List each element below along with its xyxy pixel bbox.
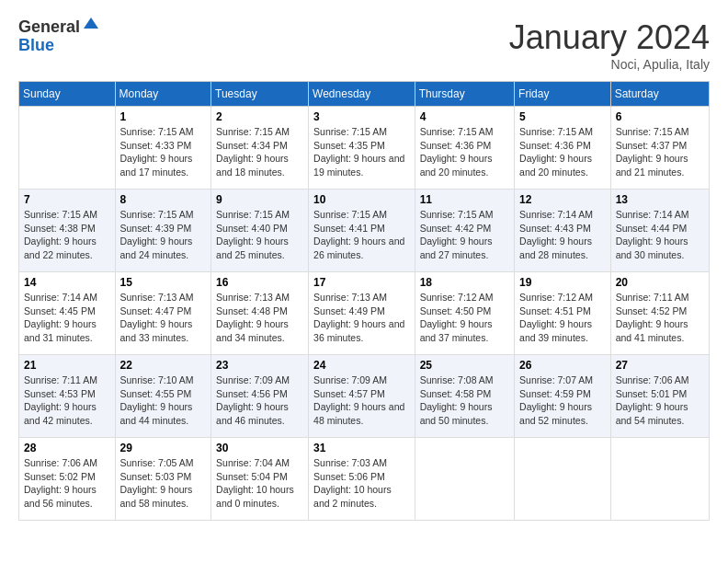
week-row-5: 28 Sunrise: 7:06 AMSunset: 5:02 PMDaylig… [19,438,710,521]
cell-w5-d6 [515,438,611,521]
cell-w3-d5: 18 Sunrise: 7:12 AMSunset: 4:50 PMDaylig… [415,272,514,355]
cell-w4-d1: 21 Sunrise: 7:11 AMSunset: 4:53 PMDaylig… [19,355,116,438]
cell-w2-d6: 12 Sunrise: 7:14 AMSunset: 4:43 PMDaylig… [515,190,611,272]
day-number: 26 [519,359,606,372]
day-info: Sunrise: 7:15 AMSunset: 4:40 PMDaylight:… [216,208,303,262]
day-info: Sunrise: 7:05 AMSunset: 5:03 PMDaylight:… [120,456,207,511]
cell-w4-d6: 26 Sunrise: 7:07 AMSunset: 4:59 PMDaylig… [515,355,611,438]
logo-general: General [18,18,80,37]
day-info: Sunrise: 7:15 AMSunset: 4:39 PMDaylight:… [120,208,207,262]
day-number: 13 [616,193,704,206]
day-info: Sunrise: 7:11 AMSunset: 4:53 PMDaylight:… [24,373,110,428]
day-info: Sunrise: 7:03 AMSunset: 5:06 PMDaylight:… [313,456,410,511]
cell-w2-d1: 7 Sunrise: 7:15 AMSunset: 4:38 PMDayligh… [19,190,116,272]
cell-w4-d2: 22 Sunrise: 7:10 AMSunset: 4:55 PMDaylig… [115,355,211,438]
week-row-4: 21 Sunrise: 7:11 AMSunset: 4:53 PMDaylig… [19,355,710,438]
day-info: Sunrise: 7:15 AMSunset: 4:36 PMDaylight:… [420,125,509,179]
day-number: 23 [216,359,303,372]
day-number: 12 [519,193,606,206]
location-subtitle: Noci, Apulia, Italy [509,57,710,72]
day-info: Sunrise: 7:04 AMSunset: 5:04 PMDaylight:… [216,456,303,511]
day-number: 14 [24,276,110,289]
day-number: 9 [216,193,303,206]
week-row-3: 14 Sunrise: 7:14 AMSunset: 4:45 PMDaylig… [19,272,710,355]
cell-w5-d5 [415,438,514,521]
title-block: January 2024 Noci, Apulia, Italy [509,18,710,72]
day-info: Sunrise: 7:15 AMSunset: 4:34 PMDaylight:… [216,125,303,179]
day-number: 22 [120,359,207,372]
day-info: Sunrise: 7:13 AMSunset: 4:47 PMDaylight:… [120,291,207,345]
cell-w1-d4: 3 Sunrise: 7:15 AMSunset: 4:35 PMDayligh… [309,107,415,190]
cell-w1-d6: 5 Sunrise: 7:15 AMSunset: 4:36 PMDayligh… [515,107,611,190]
week-row-1: 1 Sunrise: 7:15 AMSunset: 4:33 PMDayligh… [19,107,710,190]
cell-w4-d4: 24 Sunrise: 7:09 AMSunset: 4:57 PMDaylig… [309,355,415,438]
day-info: Sunrise: 7:13 AMSunset: 4:49 PMDaylight:… [313,291,410,345]
header-friday: Friday [515,82,611,107]
day-number: 30 [216,442,303,454]
header-wednesday: Wednesday [309,82,415,107]
day-number: 6 [616,110,704,123]
cell-w4-d7: 27 Sunrise: 7:06 AMSunset: 5:01 PMDaylig… [610,355,709,438]
day-info: Sunrise: 7:15 AMSunset: 4:37 PMDaylight:… [616,125,704,179]
cell-w3-d7: 20 Sunrise: 7:11 AMSunset: 4:52 PMDaylig… [610,272,709,355]
day-info: Sunrise: 7:06 AMSunset: 5:02 PMDaylight:… [24,456,110,511]
cell-w3-d4: 17 Sunrise: 7:13 AMSunset: 4:49 PMDaylig… [309,272,415,355]
day-number: 5 [519,110,606,123]
logo: General Blue [18,18,100,55]
cell-w5-d3: 30 Sunrise: 7:04 AMSunset: 5:04 PMDaylig… [211,438,309,521]
day-info: Sunrise: 7:14 AMSunset: 4:43 PMDaylight:… [519,208,606,262]
header-tuesday: Tuesday [211,82,309,107]
page-header: General Blue January 2024 Noci, Apulia, … [18,18,710,72]
month-title: January 2024 [509,18,710,57]
header-thursday: Thursday [415,82,514,107]
cell-w3-d1: 14 Sunrise: 7:14 AMSunset: 4:45 PMDaylig… [19,272,116,355]
header-saturday: Saturday [610,82,709,107]
cell-w1-d1 [19,107,116,190]
day-info: Sunrise: 7:15 AMSunset: 4:41 PMDaylight:… [313,208,410,262]
day-number: 21 [24,359,110,372]
day-info: Sunrise: 7:07 AMSunset: 4:59 PMDaylight:… [519,373,606,428]
day-number: 10 [313,193,410,206]
cell-w1-d5: 4 Sunrise: 7:15 AMSunset: 4:36 PMDayligh… [415,107,514,190]
day-info: Sunrise: 7:15 AMSunset: 4:38 PMDaylight:… [24,208,110,262]
cell-w4-d5: 25 Sunrise: 7:08 AMSunset: 4:58 PMDaylig… [415,355,514,438]
day-number: 28 [24,442,110,454]
day-number: 17 [313,276,410,289]
day-number: 4 [420,110,509,123]
day-number: 3 [313,110,410,123]
day-info: Sunrise: 7:15 AMSunset: 4:33 PMDaylight:… [120,125,207,179]
cell-w2-d3: 9 Sunrise: 7:15 AMSunset: 4:40 PMDayligh… [211,190,309,272]
day-info: Sunrise: 7:14 AMSunset: 4:45 PMDaylight:… [24,291,110,345]
logo-icon [82,16,100,34]
day-number: 27 [616,359,704,372]
cell-w2-d5: 11 Sunrise: 7:15 AMSunset: 4:42 PMDaylig… [415,190,514,272]
cell-w5-d4: 31 Sunrise: 7:03 AMSunset: 5:06 PMDaylig… [309,438,415,521]
day-number: 15 [120,276,207,289]
day-info: Sunrise: 7:15 AMSunset: 4:36 PMDaylight:… [519,125,606,179]
cell-w3-d3: 16 Sunrise: 7:13 AMSunset: 4:48 PMDaylig… [211,272,309,355]
cell-w1-d7: 6 Sunrise: 7:15 AMSunset: 4:37 PMDayligh… [610,107,709,190]
day-info: Sunrise: 7:15 AMSunset: 4:42 PMDaylight:… [420,208,509,262]
cell-w2-d2: 8 Sunrise: 7:15 AMSunset: 4:39 PMDayligh… [115,190,211,272]
day-info: Sunrise: 7:09 AMSunset: 4:56 PMDaylight:… [216,373,303,428]
header-row: Sunday Monday Tuesday Wednesday Thursday… [19,82,710,107]
day-number: 20 [616,276,704,289]
day-number: 16 [216,276,303,289]
day-info: Sunrise: 7:15 AMSunset: 4:35 PMDaylight:… [313,125,410,179]
cell-w5-d2: 29 Sunrise: 7:05 AMSunset: 5:03 PMDaylig… [115,438,211,521]
cell-w1-d2: 1 Sunrise: 7:15 AMSunset: 4:33 PMDayligh… [115,107,211,190]
cell-w2-d7: 13 Sunrise: 7:14 AMSunset: 4:44 PMDaylig… [610,190,709,272]
day-info: Sunrise: 7:13 AMSunset: 4:48 PMDaylight:… [216,291,303,345]
svg-marker-0 [84,17,98,29]
cell-w2-d4: 10 Sunrise: 7:15 AMSunset: 4:41 PMDaylig… [309,190,415,272]
cell-w5-d7 [610,438,709,521]
header-sunday: Sunday [19,82,116,107]
day-info: Sunrise: 7:12 AMSunset: 4:50 PMDaylight:… [420,291,509,345]
day-number: 25 [420,359,509,372]
cell-w1-d3: 2 Sunrise: 7:15 AMSunset: 4:34 PMDayligh… [211,107,309,190]
calendar-table: Sunday Monday Tuesday Wednesday Thursday… [18,81,710,521]
day-info: Sunrise: 7:08 AMSunset: 4:58 PMDaylight:… [420,373,509,428]
day-info: Sunrise: 7:06 AMSunset: 5:01 PMDaylight:… [616,373,704,428]
day-info: Sunrise: 7:11 AMSunset: 4:52 PMDaylight:… [616,291,704,345]
day-info: Sunrise: 7:10 AMSunset: 4:55 PMDaylight:… [120,373,207,428]
